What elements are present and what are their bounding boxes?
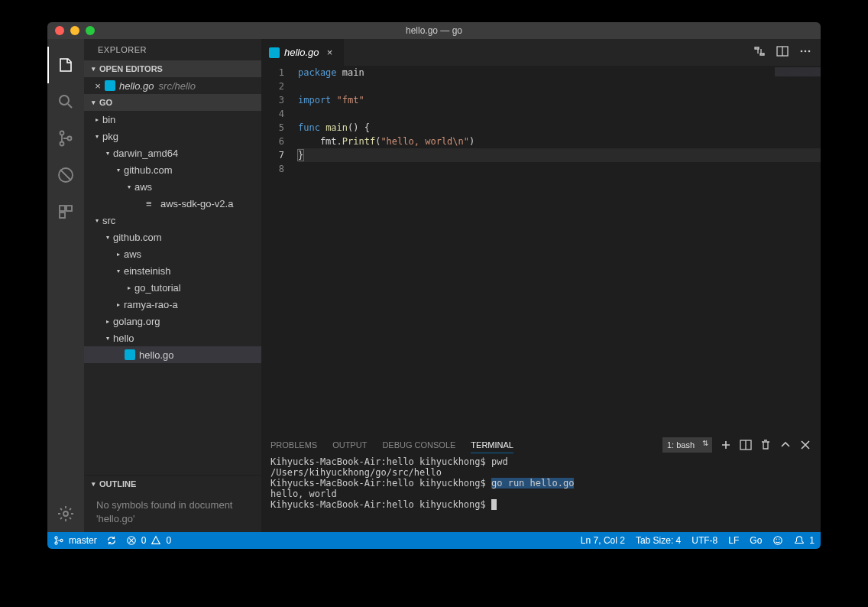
chevron-right-icon: ▸ [115,301,122,308]
terminal-selector[interactable]: 1: bash [662,437,712,453]
code-editor[interactable]: 12345678 package main import "fmt" func … [261,66,821,433]
workspace-header[interactable]: ▾GO [84,94,261,111]
file-tree-file[interactable]: ≡aws-sdk-go-v2.a [84,195,261,212]
git-sync-status[interactable] [106,535,117,546]
notifications-status[interactable]: 1 [794,535,815,546]
panel-tab-debug-console[interactable]: DEBUG CONSOLE [382,437,455,453]
activity-bar [47,39,84,532]
svg-point-3 [68,137,72,141]
close-tab-icon[interactable]: × [324,47,336,58]
close-icon[interactable]: × [92,80,104,92]
file-tree-folder[interactable]: ▾aws [84,178,261,195]
tree-item-label: github.com [124,164,173,176]
outline-header[interactable]: ▾OUTLINE [84,476,261,492]
tree-item-label: einsteinish [124,265,170,277]
problems-status[interactable]: 0 0 [126,535,171,546]
file-tree-folder[interactable]: ▸bin [84,111,261,128]
file-tree-folder[interactable]: ▾src [84,212,261,229]
svg-point-0 [60,96,69,105]
indentation-status[interactable]: Tab Size: 4 [636,535,681,546]
svg-point-16 [60,539,63,541]
file-tree-folder[interactable]: ▸aws [84,245,261,262]
line-gutter: 12345678 [261,66,298,433]
file-icon: ≡ [146,198,157,209]
kill-terminal-icon[interactable] [760,439,772,451]
close-panel-icon[interactable] [799,439,811,451]
tree-item-label: hello.go [139,349,174,361]
editor-area: hello.go × 12345678 package main import … [261,39,821,532]
tree-item-label: bin [102,114,115,125]
tree-item-label: aws-sdk-go-v2.a [160,198,233,209]
chevron-down-icon: ▾ [104,234,112,241]
svg-point-2 [60,142,64,146]
svg-point-12 [808,50,811,53]
chevron-right-icon: ▸ [93,116,101,123]
chevron-right-icon: ▸ [104,318,112,325]
panel-tab-problems[interactable]: PROBLEMS [270,437,317,453]
file-tree-folder[interactable]: ▾pkg [84,128,261,144]
tree-item-label: ramya-rao-a [124,299,178,310]
outline-empty-message: No symbols found in document 'hello.go' [84,492,261,532]
svg-rect-6 [66,206,72,211]
chevron-down-icon: ▾ [104,150,112,157]
more-actions-icon[interactable] [799,45,811,60]
settings-gear-icon[interactable] [47,495,84,532]
svg-point-14 [55,537,57,539]
split-editor-icon[interactable] [776,45,789,60]
svg-point-11 [805,50,807,53]
eol-status[interactable]: LF [728,535,739,546]
go-file-icon [125,349,135,360]
file-tree-folder[interactable]: ▾einsteinish [84,262,261,279]
language-mode-status[interactable]: Go [750,535,762,546]
chevron-down-icon: ▾ [125,183,133,190]
split-terminal-icon[interactable] [740,439,752,451]
extensions-icon[interactable] [47,193,84,230]
panel-tabs: PROBLEMSOUTPUTDEBUG CONSOLETERMINAL 1: b… [261,433,821,456]
explorer-icon[interactable] [47,47,84,83]
open-editors-header[interactable]: ▾OPEN EDITORS [84,60,261,77]
tree-item-label: aws [124,248,141,260]
feedback-icon[interactable] [772,535,783,546]
editor-tab[interactable]: hello.go × [261,39,345,66]
file-tree-folder[interactable]: ▸ramya-rao-a [84,296,261,313]
chevron-down-icon: ▾ [87,65,99,73]
svg-point-8 [63,511,68,516]
compare-changes-icon[interactable] [753,45,766,60]
search-icon[interactable] [47,83,84,120]
git-branch-status[interactable]: master [53,535,97,546]
file-tree-file[interactable]: hello.go [84,346,261,363]
chevron-right-icon: ▸ [115,251,122,258]
minimap[interactable] [775,67,821,90]
chevron-down-icon: ▾ [87,99,99,106]
file-tree-folder[interactable]: ▾darwin_amd64 [84,144,261,161]
chevron-right-icon: ▸ [125,284,133,291]
go-file-icon [269,47,280,58]
panel-tab-terminal[interactable]: TERMINAL [471,437,513,453]
debug-icon[interactable] [47,157,84,193]
cursor-position-status[interactable]: Ln 7, Col 2 [581,535,625,546]
file-tree-folder[interactable]: ▾github.com [84,229,261,245]
terminal-output[interactable]: Kihyucks-MacBook-Air:hello kihyuckhong$ … [261,456,821,532]
chevron-down-icon: ▾ [104,335,112,342]
open-editor-item[interactable]: × hello.go src/hello [84,77,261,94]
tree-item-label: src [102,215,115,226]
chevron-down-icon: ▾ [87,480,99,488]
file-tree-folder[interactable]: ▾github.com [84,161,261,178]
file-tree-folder[interactable]: ▾hello [84,329,261,346]
source-control-icon[interactable] [47,120,84,157]
tree-item-label: darwin_amd64 [113,148,178,159]
new-terminal-icon[interactable] [720,439,732,451]
chevron-down-icon: ▾ [93,133,101,140]
svg-point-19 [776,539,777,540]
file-tree-folder[interactable]: ▸golang.org [84,313,261,329]
panel-tab-output[interactable]: OUTPUT [332,437,367,453]
status-bar: master 0 0 Ln 7, Col 2 Tab Size: 4 UTF-8… [47,532,821,549]
maximize-panel-icon[interactable] [779,439,792,451]
encoding-status[interactable]: UTF-8 [691,535,717,546]
code-content[interactable]: package main import "fmt" func main() { … [298,66,821,433]
chevron-down-icon: ▾ [115,167,122,174]
sidebar-title: EXPLORER [84,39,261,60]
titlebar: hello.go — go [47,22,821,39]
window-title: hello.go — go [47,25,821,36]
file-tree-folder[interactable]: ▸go_tutorial [84,279,261,296]
